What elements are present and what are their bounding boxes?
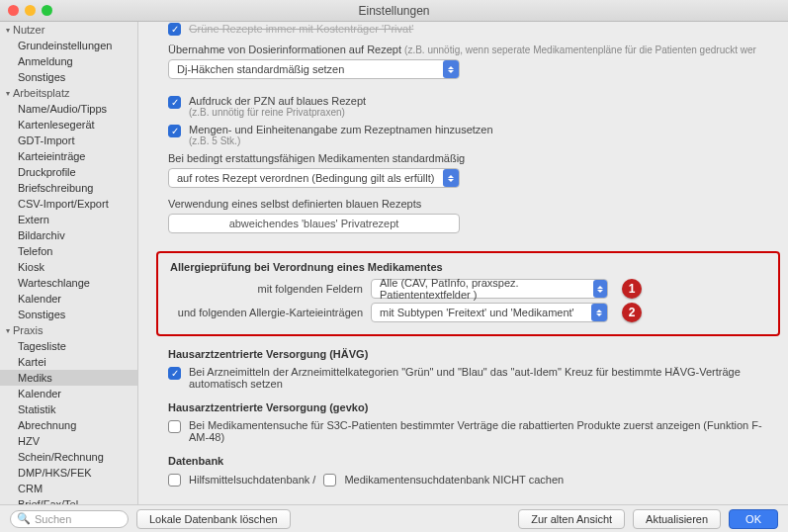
blau-input[interactable]: abweichendes 'blaues' Privatrezept [168,214,460,233]
chevron-updown-icon [591,304,607,321]
label: mit folgenden Feldern [170,283,363,295]
allergy-kartei-row: und folgenden Allergie-Karteieinträgen m… [170,303,766,322]
sidebar-item[interactable]: Kartenlesegerät [0,117,137,133]
sidebar-item[interactable]: Warteschlange [0,275,137,291]
blau-label: Verwendung eines selbst definierten blau… [168,198,768,210]
sidebar-item[interactable]: Statistik [0,401,137,417]
sidebar-item[interactable]: CRM [0,481,137,496]
checkbox-db-b[interactable] [323,474,336,487]
label: Aufdruck der PZN auf blaues Rezept [189,95,768,107]
search-placeholder: Suchen [35,513,71,525]
input-value: abweichendes 'blaues' Privatrezept [229,218,399,229]
allergy-fields-select[interactable]: Alle (CAV, PatInfo, praxspez. Patientent… [371,279,608,299]
label: Bei Medikamentensuche für S3C-Patienten … [189,419,768,443]
allergy-fields-row: mit folgenden Feldern Alle (CAV, PatInfo… [170,279,766,299]
sidebar-item[interactable]: Schein/Rechnung [0,449,137,465]
sidebar-item[interactable]: Kalender [0,386,137,401]
db-row: Hilfsmittelsuchdatenbank / Medikamentens… [168,473,768,487]
oldview-button[interactable]: Zur alten Ansicht [518,509,625,529]
sidebar-item[interactable]: Extern [0,212,137,227]
checkbox-mengen[interactable] [168,125,181,137]
select-value: Dj-Häkchen standardmäßig setzen [177,63,344,75]
bedingt-label: Bei bedingt erstattungsfähigen Medikamen… [168,152,768,164]
checkbox-gevko[interactable] [168,420,181,433]
sidebar-item[interactable]: GDT-Import [0,133,137,148]
bedingt-select[interactable]: auf rotes Rezept verordnen (Bedingung gi… [168,168,460,188]
main: NutzerGrundeinstellungenAnmeldungSonstig… [0,22,788,510]
sidebar-item[interactable]: CSV-Import/Export [0,196,137,212]
checkbox-pzn[interactable] [168,96,181,109]
titlebar: Einstellungen [0,0,788,22]
sidebar-item[interactable]: Anmeldung [0,53,137,69]
localdb-delete-button[interactable]: Lokale Datenbank löschen [136,509,291,529]
sidebar-item[interactable]: HZV [0,433,137,449]
search-icon: 🔍 [17,512,31,525]
allergy-highlight-box: Allergieprüfung bei Verordnung eines Med… [156,251,780,336]
dosier-select[interactable]: Dj-Häkchen standardmäßig setzen [168,59,460,79]
sidebar-group[interactable]: Praxis [0,322,137,338]
select-value: mit Subtypen 'Freitext' und 'Medikament' [380,307,574,318]
hint: (z.B. unnötig, wenn seperate Medikamente… [404,44,756,55]
label: Grüne Rezepte immer mit Kostenträger 'Pr… [189,23,413,35]
gevko-row: Bei Medikamentensuche für S3C-Patienten … [168,419,768,443]
mengen-row: Mengen- und Einheitenangabe zum Rezeptna… [168,124,768,146]
sidebar-item[interactable]: Kiosk [0,259,137,275]
callout-1: 1 [622,279,642,299]
sidebar-item[interactable]: Druckprofile [0,164,137,180]
refresh-button[interactable]: Aktualisieren [633,509,721,529]
sidebar-item[interactable]: Sonstiges [0,69,137,85]
label: Hilfsmittelsuchdatenbank / [189,474,315,486]
sidebar-item[interactable]: Karteieinträge [0,148,137,164]
haevg-title: Hausarztzentrierte Versorgung (HÄVG) [168,348,768,360]
label: Mengen- und Einheitenangabe zum Rezeptna… [189,124,768,135]
checkbox-haevg[interactable] [168,367,181,380]
sidebar-item[interactable]: Bildarchiv [0,227,137,243]
gevko-title: Hausarztzentrierte Versorgung (gevko) [168,401,768,413]
sidebar-item[interactable]: Abrechnung [0,417,137,433]
content-pane: Grüne Rezepte immer mit Kostenträger 'Pr… [138,22,788,510]
label: Übernahme von Dosierinformationen auf Re… [168,44,401,55]
label: und folgenden Allergie-Karteieinträgen [170,307,363,318]
checkbox[interactable] [168,23,181,36]
chevron-updown-icon [443,60,459,78]
pzn-row: Aufdruck der PZN auf blaues Rezept (z.B.… [168,95,768,118]
db-title: Datenbank [168,455,768,467]
search-input[interactable]: 🔍 Suchen [10,510,129,528]
sidebar-item[interactable]: DMP/HKS/FEK [0,465,137,481]
chevron-updown-icon [593,280,607,298]
allergy-kartei-select[interactable]: mit Subtypen 'Freitext' und 'Medikament' [371,303,608,322]
sidebar-item[interactable]: Name/Audio/Tipps [0,101,137,117]
label: Medikamentensuchdatenbank NICHT cachen [344,474,564,486]
callout-2: 2 [622,303,642,322]
sidebar-item[interactable]: Kartei [0,354,137,370]
select-value: Alle (CAV, PatInfo, praxspez. Patientent… [380,277,587,301]
window-title: Einstellungen [0,4,788,18]
hint: (z.B. unnötig für reine Privatpraxen) [189,107,768,118]
footer: 🔍 Suchen Lokale Datenbank löschen Zur al… [0,504,788,532]
sidebar-item[interactable]: Tagesliste [0,338,137,354]
allergy-title: Allergieprüfung bei Verordnung eines Med… [170,261,766,273]
label: Bei Arzneimitteln der Arzneimittelkatego… [189,366,768,390]
sidebar-item[interactable]: Sonstiges [0,307,137,322]
sidebar-item[interactable]: Grundeinstellungen [0,38,137,53]
sidebar[interactable]: NutzerGrundeinstellungenAnmeldungSonstig… [0,22,138,510]
sidebar-item[interactable]: Telefon [0,243,137,259]
ok-button[interactable]: OK [729,509,778,529]
sidebar-group[interactable]: Nutzer [0,22,137,38]
hint: (z.B. 5 Stk.) [189,135,768,146]
sidebar-item[interactable]: Briefschreibung [0,180,137,196]
sidebar-group[interactable]: Arbeitsplatz [0,85,137,101]
select-value: auf rotes Rezept verordnen (Bedingung gi… [177,172,434,184]
partial-row: Grüne Rezepte immer mit Kostenträger 'Pr… [168,22,768,36]
chevron-updown-icon [443,169,459,187]
dosier-row: Übernahme von Dosierinformationen auf Re… [168,44,768,55]
sidebar-item[interactable]: Mediks [0,370,137,386]
haevg-row: Bei Arzneimitteln der Arzneimittelkatego… [168,366,768,390]
checkbox-db-a[interactable] [168,474,181,487]
sidebar-item[interactable]: Kalender [0,291,137,307]
